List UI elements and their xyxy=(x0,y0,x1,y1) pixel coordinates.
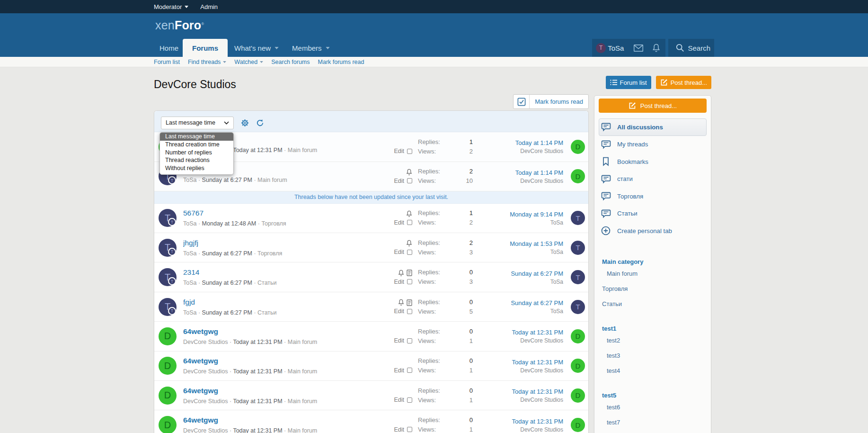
sort-select[interactable]: Last message time xyxy=(161,117,234,129)
thread-edit-link[interactable]: Edit xyxy=(394,308,404,315)
forum-node-link[interactable]: test6 xyxy=(599,400,707,415)
thread-forum[interactable]: Main forum xyxy=(288,147,318,153)
last-poster-avatar[interactable]: T xyxy=(571,211,585,225)
thread-select-checkbox[interactable] xyxy=(407,427,412,432)
thread-author[interactable]: ToSa xyxy=(183,220,197,227)
filter-settings-button[interactable] xyxy=(241,119,249,127)
forum-node-link[interactable]: Main forum xyxy=(599,266,707,281)
last-post-date[interactable]: Monday at 9:14 PM xyxy=(483,210,563,219)
tab-home[interactable]: Home xyxy=(154,39,183,57)
last-post-date[interactable]: Today at 12:31 PM xyxy=(483,417,563,426)
thread-title[interactable]: 56767 xyxy=(183,208,204,218)
sidebar-item-торговля[interactable]: Торговля xyxy=(599,188,707,205)
last-post-date[interactable]: Today at 12:31 PM xyxy=(483,328,563,337)
thread-forum[interactable]: Main forum xyxy=(257,177,287,183)
sidebar-item-create-personal-tab[interactable]: Create personal tab xyxy=(599,222,707,240)
sidebar-item-стати[interactable]: стати xyxy=(599,171,707,188)
thread-select-checkbox[interactable] xyxy=(407,178,412,183)
thread-title[interactable]: 64wetgwg xyxy=(183,415,218,425)
last-poster-avatar[interactable]: T xyxy=(571,241,585,255)
user-name[interactable]: ToSa xyxy=(608,44,624,52)
thread-starter-avatar[interactable]: D xyxy=(159,416,177,433)
moderator-bar-item-admin[interactable]: Admin xyxy=(200,3,218,10)
thread-forum[interactable]: Main forum xyxy=(288,339,318,345)
thread-edit-link[interactable]: Edit xyxy=(394,397,404,403)
last-post-date[interactable]: Sunday at 6:27 PM xyxy=(483,269,563,278)
forum-list-button[interactable]: Forum list xyxy=(606,76,651,89)
thread-author[interactable]: DevCore Studios xyxy=(183,398,228,405)
forum-node-link[interactable]: Статьи xyxy=(599,297,707,312)
thread-title[interactable]: fgjd xyxy=(183,297,195,307)
mark-forums-read-button[interactable]: Mark forums read xyxy=(513,94,589,109)
thread-forum[interactable]: Статьи xyxy=(257,280,277,286)
last-post-date[interactable]: Today at 12:31 PM xyxy=(483,358,563,367)
thread-select-checkbox[interactable] xyxy=(407,220,412,225)
thread-edit-link[interactable]: Edit xyxy=(394,426,404,433)
thread-edit-link[interactable]: Edit xyxy=(394,279,404,285)
thread-title[interactable]: 64wetgwg xyxy=(183,356,218,366)
thread-starter-avatar[interactable]: D xyxy=(159,387,177,405)
forum-node-link[interactable]: test4 xyxy=(599,363,707,379)
envelope-icon[interactable] xyxy=(634,45,643,52)
thread-starter-avatar[interactable]: D xyxy=(159,357,177,375)
site-logo[interactable]: xenForo® xyxy=(155,18,204,32)
thread-select-checkbox[interactable] xyxy=(407,250,412,255)
last-poster-avatar[interactable]: D xyxy=(571,359,585,373)
post-thread-button-sidebar[interactable]: Post thread... xyxy=(599,99,707,113)
thread-author[interactable]: ToSa xyxy=(183,250,197,257)
moderator-bar-item-moderator[interactable]: Moderator xyxy=(154,3,188,10)
last-poster-avatar[interactable]: D xyxy=(571,329,585,343)
thread-edit-link[interactable]: Edit xyxy=(394,249,404,255)
last-post-date[interactable]: Sunday at 6:27 PM xyxy=(483,298,563,307)
account-menu[interactable]: T ToSa xyxy=(592,39,665,57)
thread-author[interactable]: ToSa xyxy=(183,280,197,286)
sidebar-item-bookmarks[interactable]: Bookmarks xyxy=(599,153,707,171)
forum-node-link[interactable]: test7 xyxy=(599,415,707,430)
thread-edit-link[interactable]: Edit xyxy=(394,219,404,226)
sidebar-item-my-threads[interactable]: My threads xyxy=(599,136,707,153)
last-post-date[interactable]: Today at 1:14 PM xyxy=(483,138,563,147)
thread-forum[interactable]: Main forum xyxy=(288,368,318,375)
thread-select-checkbox[interactable] xyxy=(407,338,412,343)
thread-edit-link[interactable]: Edit xyxy=(394,367,404,374)
last-poster-avatar[interactable]: T xyxy=(571,270,585,284)
thread-author[interactable]: DevCore Studios xyxy=(183,368,228,375)
thread-title[interactable]: 64wetgwg xyxy=(183,386,218,396)
user-avatar[interactable]: T xyxy=(596,43,606,53)
thread-forum[interactable]: Main forum xyxy=(288,427,318,433)
tab-members[interactable]: Members xyxy=(285,39,337,57)
thread-select-checkbox[interactable] xyxy=(407,149,412,154)
thread-title[interactable]: 2314 xyxy=(183,267,199,277)
thread-author[interactable]: DevCore Studios xyxy=(183,427,228,433)
subnav-search-forums[interactable]: Search forums xyxy=(271,59,310,65)
thread-select-checkbox[interactable] xyxy=(407,368,412,373)
sort-option[interactable]: Without replies xyxy=(160,164,233,172)
refresh-button[interactable] xyxy=(256,119,264,127)
subnav-find-threads[interactable]: Find threads xyxy=(188,59,226,65)
last-post-date[interactable]: Today at 1:14 PM xyxy=(483,168,563,177)
sidebar-item-статьи[interactable]: Статьи xyxy=(599,205,707,223)
thread-select-checkbox[interactable] xyxy=(407,279,412,284)
sort-option[interactable]: Thread reactions xyxy=(160,156,233,164)
search-button[interactable]: Search xyxy=(668,39,714,57)
bell-icon[interactable] xyxy=(652,44,660,53)
thread-starter-avatar[interactable]: TT xyxy=(159,298,177,316)
last-poster-avatar[interactable]: D xyxy=(571,418,585,432)
sort-option[interactable]: Number of replies xyxy=(160,149,233,157)
thread-author[interactable]: DevCore Studios xyxy=(183,339,228,345)
last-poster-avatar[interactable]: D xyxy=(571,169,585,183)
subnav-forum-list[interactable]: Forum list xyxy=(154,59,180,65)
sort-option[interactable]: Thread creation time xyxy=(160,141,233,149)
forum-node-link[interactable]: test2 xyxy=(599,333,707,348)
category-heading[interactable]: test1 xyxy=(599,325,707,333)
subnav-watched[interactable]: Watched xyxy=(234,59,263,65)
thread-forum[interactable]: Торговля xyxy=(257,250,282,257)
sidebar-item-all-discussions[interactable]: All discussions xyxy=(599,118,707,136)
thread-edit-link[interactable]: Edit xyxy=(394,178,404,184)
sort-option[interactable]: Last message time xyxy=(160,133,233,141)
last-post-date[interactable]: Today at 12:31 PM xyxy=(483,387,563,396)
last-post-date[interactable]: Monday at 1:53 PM xyxy=(483,239,563,248)
thread-forum[interactable]: Main forum xyxy=(288,398,318,405)
subnav-mark-forums-read[interactable]: Mark forums read xyxy=(318,59,364,65)
category-heading[interactable]: test5 xyxy=(599,391,707,400)
